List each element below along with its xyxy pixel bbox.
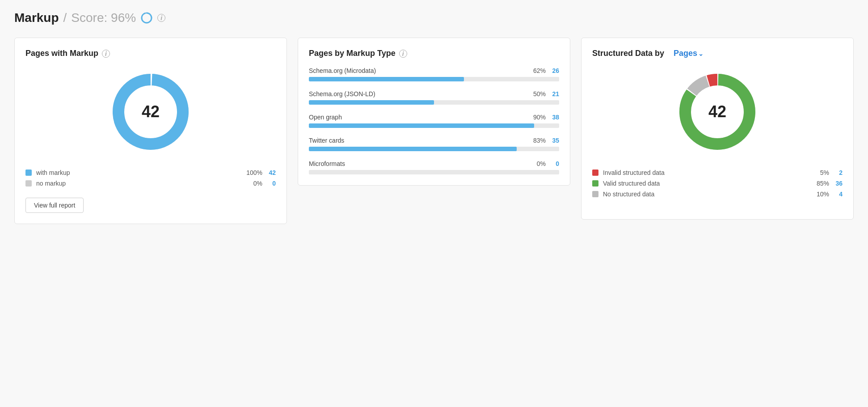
- legend-pct-no-markup: 0%: [245, 180, 262, 187]
- structured-legend: Invalid structured data 5% 2 Valid struc…: [592, 169, 843, 198]
- bar-header-0: Schema.org (Microdata) 62% 26: [309, 67, 559, 74]
- bar-stats-3: 83% 35: [533, 137, 559, 144]
- bar-fill-0: [309, 77, 464, 81]
- legend-count-with-markup: 42: [267, 169, 276, 176]
- legend-label-no-markup: no markup: [36, 180, 241, 187]
- bar-pct-4: 0%: [537, 160, 546, 167]
- bar-label-3: Twitter cards: [309, 137, 344, 144]
- legend-label-invalid: Invalid structured data: [603, 169, 808, 176]
- bar-track-0: [309, 77, 559, 81]
- legend-count-valid: 36: [834, 180, 843, 187]
- legend-item-with-markup: with markup 100% 42: [25, 169, 276, 176]
- legend-count-none: 4: [834, 191, 843, 198]
- donut-structured-container: 42: [592, 67, 843, 157]
- bar-label-2: Open graph: [309, 114, 342, 121]
- bar-item-2: Open graph 90% 38: [309, 114, 559, 128]
- legend-count-no-markup: 0: [267, 180, 276, 187]
- legend-dot-invalid: [592, 170, 598, 176]
- bar-track-1: [309, 100, 559, 105]
- bar-track-3: [309, 147, 559, 151]
- bar-track-4: [309, 170, 559, 174]
- svg-point-1: [142, 13, 152, 23]
- bar-fill-2: [309, 123, 534, 128]
- page-header: Markup / Score: 96% i: [14, 11, 854, 25]
- legend-pct-with-markup: 100%: [245, 169, 262, 176]
- donut-structured-center: 42: [708, 102, 726, 121]
- header-info-icon[interactable]: i: [157, 14, 165, 22]
- bar-header-3: Twitter cards 83% 35: [309, 137, 559, 144]
- bar-fill-1: [309, 100, 434, 105]
- bar-pct-1: 50%: [533, 90, 546, 98]
- view-full-report-button[interactable]: View full report: [25, 198, 84, 213]
- bar-fill-3: [309, 147, 517, 151]
- legend-label-none: No structured data: [603, 191, 808, 198]
- bar-label-4: Microformats: [309, 160, 345, 167]
- bar-pct-3: 83%: [533, 137, 546, 144]
- legend-pct-invalid: 5%: [812, 169, 829, 176]
- score-circle-icon: [140, 12, 153, 24]
- card-markup-info-icon[interactable]: i: [102, 50, 110, 58]
- card-structured-title: Structured Data by Pages ⌄: [592, 49, 843, 58]
- score-label: Score: 96%: [71, 11, 136, 25]
- cards-container: Pages with Markup i 42 with markup 1: [14, 38, 854, 224]
- bar-count-1: 21: [550, 90, 559, 98]
- legend-item-no-markup: no markup 0% 0: [25, 180, 276, 187]
- bar-count-3: 35: [550, 137, 559, 144]
- legend-label-valid: Valid structured data: [603, 180, 808, 187]
- bar-item-4: Microformats 0% 0: [309, 160, 559, 174]
- legend-pct-none: 10%: [812, 191, 829, 198]
- legend-dot-valid: [592, 180, 598, 187]
- bar-header-4: Microformats 0% 0: [309, 160, 559, 167]
- title-separator: /: [63, 11, 67, 25]
- legend-pct-valid: 85%: [812, 180, 829, 187]
- bar-count-4: 0: [550, 160, 559, 167]
- bar-item-1: Schema.org (JSON-LD) 50% 21: [309, 90, 559, 105]
- legend-count-invalid: 2: [834, 169, 843, 176]
- legend-label-with-markup: with markup: [36, 169, 241, 176]
- donut-structured-wrapper: 42: [673, 67, 762, 157]
- card-markup-title: Pages with Markup i: [25, 49, 276, 58]
- legend-dot-none: [592, 191, 598, 197]
- donut-markup-container: 42: [25, 67, 276, 157]
- markup-legend: with markup 100% 42 no markup 0% 0: [25, 169, 276, 187]
- page-title: Markup: [14, 11, 59, 25]
- bar-count-2: 38: [550, 114, 559, 121]
- bar-label-1: Schema.org (JSON-LD): [309, 90, 375, 98]
- legend-item-valid: Valid structured data 85% 36: [592, 180, 843, 187]
- chevron-down-icon: ⌄: [698, 50, 704, 57]
- bar-count-0: 26: [550, 67, 559, 74]
- legend-dot-no-markup: [25, 180, 32, 187]
- bar-pct-2: 90%: [533, 114, 546, 121]
- bar-pct-0: 62%: [533, 67, 546, 74]
- bar-stats-0: 62% 26: [533, 67, 559, 74]
- bar-track-2: [309, 123, 559, 128]
- donut-markup-wrapper: 42: [106, 67, 195, 157]
- card-markup-type-title: Pages by Markup Type i: [309, 49, 559, 58]
- bar-item-0: Schema.org (Microdata) 62% 26: [309, 67, 559, 81]
- bar-item-3: Twitter cards 83% 35: [309, 137, 559, 151]
- bar-header-1: Schema.org (JSON-LD) 50% 21: [309, 90, 559, 98]
- legend-item-invalid: Invalid structured data 5% 2: [592, 169, 843, 176]
- bar-header-2: Open graph 90% 38: [309, 114, 559, 121]
- legend-item-none: No structured data 10% 4: [592, 191, 843, 198]
- bar-list: Schema.org (Microdata) 62% 26 Schema.org…: [309, 67, 559, 174]
- card-structured-data: Structured Data by Pages ⌄: [581, 38, 854, 220]
- bar-stats-4: 0% 0: [537, 160, 559, 167]
- bar-stats-1: 50% 21: [533, 90, 559, 98]
- donut-markup-center: 42: [142, 102, 160, 121]
- card-markup-type-info-icon[interactable]: i: [399, 50, 407, 58]
- bar-label-0: Schema.org (Microdata): [309, 67, 376, 74]
- bar-stats-2: 90% 38: [533, 114, 559, 121]
- legend-dot-with-markup: [25, 170, 32, 176]
- card-markup-type: Pages by Markup Type i Schema.org (Micro…: [298, 38, 570, 186]
- structured-data-dropdown[interactable]: Pages ⌄: [674, 49, 704, 58]
- card-pages-markup: Pages with Markup i 42 with markup 1: [14, 38, 287, 224]
